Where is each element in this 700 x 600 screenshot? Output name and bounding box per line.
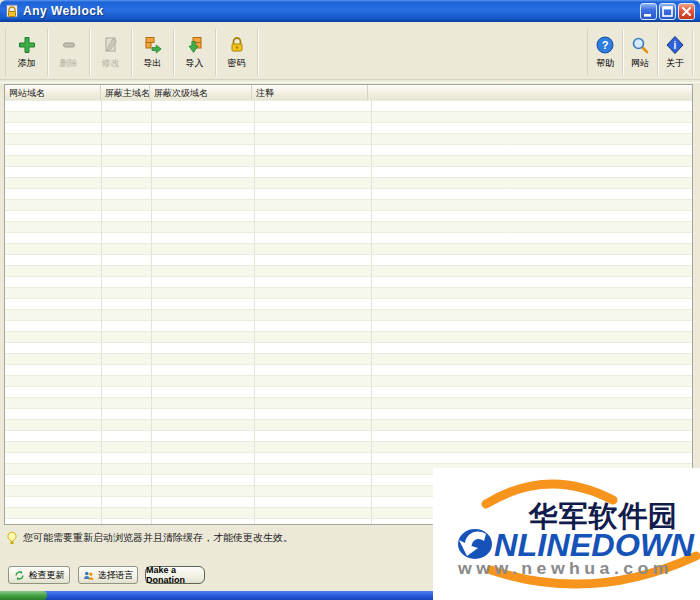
update-icon (14, 570, 25, 581)
import-icon (185, 35, 205, 55)
import-label: 导入 (186, 57, 204, 70)
add-button[interactable]: 添加 (5, 29, 48, 76)
close-icon (679, 4, 694, 19)
donate-label: Make a Donation (146, 565, 204, 585)
column-header-domain[interactable]: 网站域名 (5, 85, 101, 100)
window-title: Any Weblock (23, 4, 104, 18)
website-button[interactable]: 网站 (623, 29, 658, 76)
add-label: 添加 (18, 57, 36, 70)
close-button[interactable] (678, 3, 695, 20)
delete-button: 删除 (48, 29, 90, 76)
onlinedown-logo: 华军软件园 NLINEDOWN www.newhua.com (433, 468, 700, 600)
edit-icon (101, 35, 121, 55)
blocklist-table: 网站域名 屏蔽主域名 屏蔽次级域名 注释 (4, 84, 693, 525)
column-divider (254, 100, 255, 524)
table-body[interactable] (5, 100, 692, 524)
password-icon (227, 35, 247, 55)
toolbar-left: 添加 删除 修改 导出 (5, 29, 258, 76)
logo-url-text: www.newhua.com (457, 560, 673, 577)
status-message: 您可能需要重新启动浏览器并且清除缓存，才能使更改生效。 (23, 531, 293, 545)
app-window: Any Weblock (0, 0, 700, 600)
svg-text:i: i (674, 40, 677, 51)
maximize-button[interactable] (659, 3, 676, 20)
title-bar[interactable]: Any Weblock (0, 0, 700, 22)
help-button[interactable]: ? 帮助 (587, 29, 623, 76)
minimize-icon (641, 4, 656, 19)
column-header-block-main[interactable]: 屏蔽主域名 (101, 85, 150, 100)
status-bar: 您可能需要重新启动浏览器并且清除缓存，才能使更改生效。 (6, 529, 293, 547)
minimize-button[interactable] (640, 3, 657, 20)
watermark-logo: 华军软件园 NLINEDOWN www.newhua.com (433, 468, 700, 600)
column-header-filler (368, 85, 692, 100)
about-label: 关于 (666, 57, 684, 70)
delete-icon (59, 35, 79, 55)
help-icon: ? (595, 35, 615, 55)
toolbar-right: ? 帮助 网站 i 关于 (587, 29, 693, 76)
column-header-comment[interactable]: 注释 (252, 85, 368, 100)
password-button[interactable]: 密码 (216, 29, 258, 76)
check-update-label: 检查更新 (29, 569, 65, 582)
edit-label: 修改 (102, 57, 120, 70)
column-divider (371, 100, 372, 524)
select-language-button[interactable]: 选择语言 (78, 566, 138, 584)
edit-button: 修改 (90, 29, 132, 76)
help-label: 帮助 (596, 57, 614, 70)
export-label: 导出 (144, 57, 162, 70)
table-header: 网站域名 屏蔽主域名 屏蔽次级域名 注释 (5, 85, 692, 101)
language-icon (83, 570, 94, 581)
start-button-fragment[interactable] (0, 591, 47, 600)
column-divider (151, 100, 152, 524)
add-icon (17, 35, 37, 55)
website-icon (630, 35, 650, 55)
column-header-block-sub[interactable]: 屏蔽次级域名 (150, 85, 252, 100)
import-button[interactable]: 导入 (174, 29, 216, 76)
delete-label: 删除 (60, 57, 78, 70)
export-icon (143, 35, 163, 55)
lightbulb-icon (6, 531, 18, 546)
column-divider (101, 100, 102, 524)
website-label: 网站 (631, 57, 649, 70)
toolbar-separator (0, 79, 700, 83)
export-button[interactable]: 导出 (132, 29, 174, 76)
check-update-button[interactable]: 检查更新 (8, 566, 70, 584)
about-icon: i (665, 35, 685, 55)
password-label: 密码 (228, 57, 246, 70)
donate-button[interactable]: Make a Donation (145, 566, 205, 584)
maximize-icon (660, 4, 675, 19)
svg-text:?: ? (602, 39, 609, 51)
about-button[interactable]: i 关于 (658, 29, 693, 76)
app-icon (5, 4, 19, 18)
logo-brand-text: NLINEDOWN (494, 528, 695, 563)
select-language-label: 选择语言 (98, 569, 134, 582)
